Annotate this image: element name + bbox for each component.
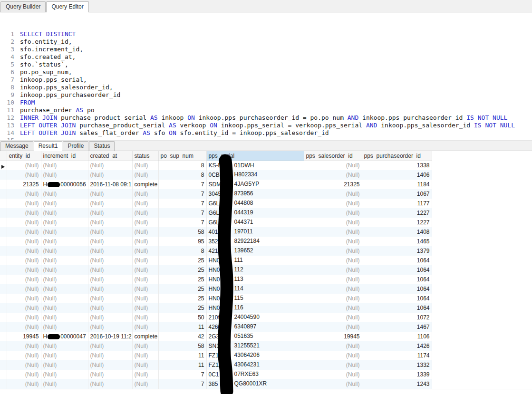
column-header-pps_salesorder_id[interactable]: pps_salesorder_id xyxy=(304,151,362,161)
row-selector[interactable] xyxy=(0,322,7,332)
cell-increment_id[interactable]: (Null) xyxy=(41,246,88,256)
cell-created_at[interactable]: (Null) xyxy=(88,208,132,218)
result-tab-message[interactable]: Message xyxy=(0,141,33,151)
row-selector[interactable] xyxy=(0,379,7,389)
cell-pps_salesorder_id[interactable]: (Null) xyxy=(304,275,362,284)
cell-entity_id[interactable]: (Null) xyxy=(7,360,41,370)
grid-row[interactable]: (Null)(Null)(Null)(Null)58401197011(Null… xyxy=(0,227,432,237)
cell-entity_id[interactable]: (Null) xyxy=(7,161,41,170)
cell-pps_salesorder_id[interactable]: (Null) xyxy=(304,170,362,180)
column-header-po_sup_num[interactable]: po_sup_num xyxy=(158,151,206,161)
code-line[interactable]: 9inkoop.pps_purchaseorder_id xyxy=(0,91,532,99)
cell-pps_salesorder_id[interactable]: (Null) xyxy=(304,265,362,275)
cell-entity_id[interactable]: (Null) xyxy=(7,351,41,360)
result-tab-status[interactable]: Status xyxy=(89,141,115,151)
cell-entity_id[interactable]: (Null) xyxy=(7,237,41,246)
cell-status[interactable]: (Null) xyxy=(132,275,158,284)
cell-po_sup_num[interactable]: 7 xyxy=(158,370,206,379)
row-selector[interactable] xyxy=(0,189,7,199)
cell-pps_purchaseorder_id[interactable]: 1064 xyxy=(362,256,432,265)
cell-pps_serial[interactable]: 4210139652 xyxy=(206,246,304,256)
cell-pps_serial[interactable]: 3045873956 xyxy=(206,189,304,199)
tab-query-builder[interactable]: Query Builder xyxy=(0,1,46,12)
cell-status[interactable]: (Null) xyxy=(132,303,158,313)
cell-po_sup_num[interactable]: 58 xyxy=(158,341,206,351)
grid-row[interactable]: (Null)(Null)(Null)(Null)50210924004590(N… xyxy=(0,313,432,322)
cell-entity_id[interactable]: (Null) xyxy=(7,246,41,256)
cell-pps_serial[interactable]: 0C107RXE63 xyxy=(206,370,304,379)
code-line[interactable]: 5sfo.`status`, xyxy=(0,61,532,68)
cell-entity_id[interactable]: (Null) xyxy=(7,379,41,389)
cell-increment_id[interactable]: (Null) xyxy=(41,341,88,351)
cell-po_sup_num[interactable]: 42 xyxy=(158,332,206,341)
cell-pps_serial[interactable]: KS-D01DWH xyxy=(206,161,304,170)
grid-row[interactable]: (Null)(Null)(Null)(Null)58SN131255521(Nu… xyxy=(0,341,432,351)
cell-created_at[interactable]: (Null) xyxy=(88,322,132,332)
cell-pps_serial[interactable]: HN0116 xyxy=(206,303,304,313)
cell-pps_serial[interactable]: 210924004590 xyxy=(206,313,304,322)
cell-increment_id[interactable]: H00000047 xyxy=(41,332,88,341)
cell-increment_id[interactable]: (Null) xyxy=(41,256,88,265)
sql-editor[interactable]: 1SELECT DISTINCT2sfo.entity_id,3sfo.incr… xyxy=(0,12,532,140)
cell-increment_id[interactable]: (Null) xyxy=(41,313,88,322)
cell-pps_purchaseorder_id[interactable]: 1243 xyxy=(362,379,432,389)
cell-status[interactable]: complete xyxy=(132,180,158,189)
cell-entity_id[interactable]: (Null) xyxy=(7,341,41,351)
result-tab-result1[interactable]: Result1 xyxy=(34,141,63,151)
code-line[interactable]: 7inkoop.pps_serial, xyxy=(0,76,532,84)
row-selector[interactable] xyxy=(0,294,7,303)
row-selector[interactable] xyxy=(0,303,7,313)
cell-pps_serial[interactable]: SN131255521 xyxy=(206,341,304,351)
cell-status[interactable]: (Null) xyxy=(132,199,158,208)
code-line[interactable]: 10FROM xyxy=(0,99,532,106)
cell-pps_purchaseorder_id[interactable]: 1227 xyxy=(362,218,432,227)
cell-created_at[interactable]: (Null) xyxy=(88,227,132,237)
cell-pps_purchaseorder_id[interactable]: 1465 xyxy=(362,237,432,246)
code-line[interactable]: 4sfo.created_at, xyxy=(0,53,532,61)
row-selector[interactable] xyxy=(0,341,7,351)
cell-created_at[interactable]: (Null) xyxy=(88,294,132,303)
cell-pps_salesorder_id[interactable]: (Null) xyxy=(304,284,362,294)
grid-row[interactable]: (Null)(Null)(Null)(Null)1142606340897(Nu… xyxy=(0,322,432,332)
cell-status[interactable]: complete xyxy=(132,332,158,341)
cell-increment_id[interactable]: (Null) xyxy=(41,275,88,284)
row-selector[interactable] xyxy=(0,246,7,256)
cell-pps_serial[interactable]: HN0112 xyxy=(206,265,304,275)
cell-pps_purchaseorder_id[interactable]: 1379 xyxy=(362,246,432,256)
cell-pps_salesorder_id[interactable]: (Null) xyxy=(304,313,362,322)
code-line[interactable]: 2sfo.entity_id, xyxy=(0,38,532,46)
cell-status[interactable]: (Null) xyxy=(132,256,158,265)
cell-pps_salesorder_id[interactable]: (Null) xyxy=(304,360,362,370)
grid-row[interactable]: (Null)(Null)(Null)(Null)25HN0114(Null)10… xyxy=(0,284,432,294)
cell-po_sup_num[interactable]: 7 xyxy=(158,218,206,227)
cell-increment_id[interactable]: (Null) xyxy=(41,199,88,208)
cell-pps_salesorder_id[interactable]: 21325 xyxy=(304,180,362,189)
grid-row[interactable]: (Null)(Null)(Null)(Null)95352682922184(N… xyxy=(0,237,432,246)
cell-created_at[interactable]: (Null) xyxy=(88,303,132,313)
grid-row[interactable]: 21325H000000562016-11-08 09:1complete7SD… xyxy=(0,180,432,189)
cell-pps_salesorder_id[interactable]: (Null) xyxy=(304,322,362,332)
cell-entity_id[interactable]: (Null) xyxy=(7,189,41,199)
cell-pps_purchaseorder_id[interactable]: 1072 xyxy=(362,313,432,322)
cell-po_sup_num[interactable]: 8 xyxy=(158,161,206,170)
cell-pps_purchaseorder_id[interactable]: 1339 xyxy=(362,370,432,379)
cell-po_sup_num[interactable]: 58 xyxy=(158,227,206,237)
code-line[interactable]: 12INNER JOIN purchase_product_serial AS … xyxy=(0,114,532,122)
cell-created_at[interactable]: (Null) xyxy=(88,189,132,199)
code-line[interactable]: 15 xyxy=(0,137,532,140)
cell-pps_salesorder_id[interactable]: (Null) xyxy=(304,341,362,351)
cell-pps_purchaseorder_id[interactable]: 1332 xyxy=(362,360,432,370)
row-selector[interactable] xyxy=(0,313,7,322)
column-header-entity_id[interactable]: entity_id xyxy=(7,151,41,161)
grid-row[interactable]: (Null)(Null)(Null)(Null)84210139652(Null… xyxy=(0,246,432,256)
cell-entity_id[interactable]: (Null) xyxy=(7,199,41,208)
cell-entity_id[interactable]: 21325 xyxy=(7,180,41,189)
cell-pps_serial[interactable]: HN0111 xyxy=(206,256,304,265)
cell-pps_salesorder_id[interactable]: (Null) xyxy=(304,294,362,303)
cell-created_at[interactable]: 2016-11-08 09:1 xyxy=(88,180,132,189)
cell-increment_id[interactable]: (Null) xyxy=(41,189,88,199)
grid-row[interactable]: (Null)(Null)(Null)(Null)25HN0116(Null)10… xyxy=(0,303,432,313)
cell-status[interactable]: (Null) xyxy=(132,351,158,360)
row-selector[interactable] xyxy=(0,180,7,189)
cell-pps_serial[interactable]: HN0114 xyxy=(206,284,304,294)
